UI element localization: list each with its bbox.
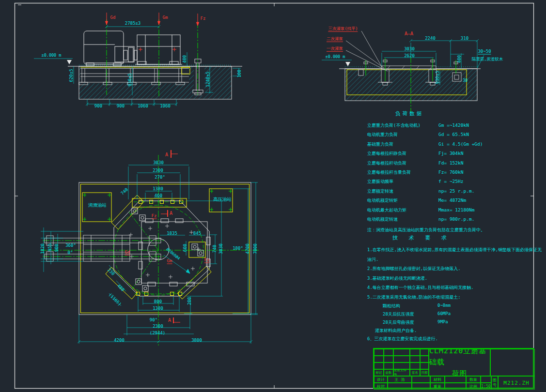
dim-2300-top: 2300 bbox=[153, 168, 163, 173]
dim-1820: 1820 bbox=[41, 243, 45, 254]
isolation-note: 隔震层,蔗渣软木 bbox=[472, 57, 503, 61]
dim-7000: 7000 bbox=[253, 243, 258, 254]
force-arrows bbox=[106, 13, 199, 26]
gm-force-label: Gm bbox=[163, 15, 168, 20]
grout-2nd-label: 二次灌浆 bbox=[327, 37, 343, 42]
tech-spec-label: 28天后弯曲强度 bbox=[383, 319, 414, 326]
load-row-value: Me= 4872Nm bbox=[438, 197, 466, 203]
dim-600: 600 bbox=[183, 244, 187, 252]
load-row-value: Fz= 760kN bbox=[438, 169, 463, 175]
dim-1835: 1835 bbox=[167, 231, 177, 236]
dim-2944: (2944) bbox=[150, 331, 166, 335]
tech-spec-value: 9MPa bbox=[437, 319, 448, 324]
dim-900-a: 900 bbox=[94, 104, 102, 108]
dim-400-elev: 400 bbox=[183, 55, 187, 63]
load-row-label: 立磨每根拉杆静负荷 bbox=[367, 151, 406, 157]
fz-force-label: Fz bbox=[201, 16, 206, 21]
section-mark-a-mid: A bbox=[170, 211, 172, 216]
bolt-squares bbox=[137, 200, 183, 296]
tech-heading: 技 术 要 求 bbox=[367, 234, 543, 241]
load-table-row: 基础重力负荷Gi = 4.5(Gm +Gd) bbox=[367, 140, 538, 149]
dim-800: 800 bbox=[154, 300, 162, 304]
tech-spec-label: 28天后抗压强度 bbox=[383, 311, 414, 317]
bolt-plus-marks bbox=[129, 224, 201, 279]
technical-requirements: 技 术 要 求 1.在零件找正,浇入不收缩水泥前,原有的混凝土表面必须清理干净,… bbox=[367, 234, 543, 343]
dim-1240: 1240±5 bbox=[206, 72, 210, 88]
load-row-value: Fd= 152kN bbox=[438, 160, 463, 166]
revision-cell bbox=[374, 362, 384, 369]
load-data-table: 负荷数据 立磨重力负荷(不含电动机)Gm =~1420kN电动机重力负荷Gd =… bbox=[367, 110, 538, 233]
dim-3030-sec: 3030 bbox=[404, 47, 415, 51]
revision-cell bbox=[420, 362, 429, 369]
dim-3800: 3800 bbox=[191, 338, 202, 343]
revision-header-cell: 更改文件号 bbox=[393, 369, 410, 376]
dim-1380-bottom: 1380 bbox=[153, 306, 163, 311]
load-table-row: 立磨每根拉杆当量负荷Fz= 760kN bbox=[367, 168, 538, 177]
weight-value bbox=[445, 383, 466, 390]
section-view bbox=[322, 31, 484, 112]
load-table-row: 立磨每根拉杆静负荷Fj= 304kN bbox=[367, 149, 538, 158]
dim-955: 955 bbox=[48, 243, 52, 251]
gd-force-label: Gd bbox=[110, 15, 116, 20]
tech-item: 5.二次灌浆采用无氯化物,防油的不收缩混凝土: bbox=[367, 293, 543, 302]
tech-spec-value: 0~8mm bbox=[437, 303, 451, 308]
dim-200: 200 bbox=[187, 297, 192, 305]
load-row-value: np= 25 r.p.m. bbox=[438, 188, 474, 194]
revision-cell bbox=[410, 349, 420, 356]
dim-2240: 2240 bbox=[425, 36, 436, 41]
weight-label: 重量 bbox=[430, 383, 445, 390]
drawing-title-line1: CLM2120立磨基础载 bbox=[429, 349, 490, 368]
dim-900-b: 900 bbox=[117, 104, 125, 108]
dim-620: 620±5 bbox=[69, 69, 74, 82]
motor-frame-plan bbox=[43, 235, 165, 261]
load-row-label: 基础重力负荷 bbox=[367, 141, 393, 148]
load-table-row: 立磨额定转速np= 25 r.p.m. bbox=[367, 187, 538, 196]
load-row-label: 立磨每根拉杆当量负荷 bbox=[367, 169, 411, 176]
section-mark-a-bottom: A bbox=[168, 318, 171, 323]
dim-3030-plan-top: 3030 bbox=[153, 161, 164, 165]
load-row-label: 立磨重力负荷(不含电动机) bbox=[367, 122, 421, 129]
dim-1060-b: 1060 bbox=[160, 104, 171, 108]
load-row-value: f = ~25Hz bbox=[438, 179, 463, 184]
load-row-value: Mmax= 12180Nm bbox=[438, 207, 474, 212]
load-table-row: 电动机最大起动力矩Mmax= 12180Nm bbox=[367, 206, 538, 215]
level-marker-section bbox=[345, 62, 350, 66]
angle-360: 360° bbox=[65, 243, 76, 248]
title-block: 标记处数更改文件号签名日期 CLM2120立磨基础载 荷图 设计 王 浩 材料 … bbox=[373, 348, 534, 389]
revision-cell bbox=[393, 349, 410, 356]
load-row-value: Gd = 65.5kN bbox=[438, 132, 469, 137]
drawing-no-label: 图号 bbox=[491, 376, 498, 390]
load-row-label: 电动机额定转矩 bbox=[367, 197, 398, 204]
load-row-label: 立磨每根拉杆动负荷 bbox=[367, 160, 406, 166]
revision-header-cell: 处数 bbox=[384, 369, 393, 376]
revision-cell bbox=[393, 356, 410, 362]
quantity-label: 数量 bbox=[466, 376, 481, 383]
octagon-outline bbox=[114, 201, 209, 296]
load-data-title: 负荷数据 bbox=[367, 110, 538, 117]
titleblock-blank-top-right bbox=[490, 349, 535, 376]
tech-spec-value: 60MPa bbox=[437, 311, 451, 316]
material-label: 材料 bbox=[430, 376, 445, 383]
revision-cell bbox=[420, 349, 429, 356]
blank-cell-2 bbox=[412, 383, 430, 390]
load-table-row: 电动机额定转矩Me= 4872Nm bbox=[367, 196, 538, 205]
revision-cell bbox=[374, 356, 384, 362]
angle-270: 270° bbox=[155, 175, 165, 180]
elevation-view bbox=[34, 13, 242, 106]
load-row-label: 电动机额定转速 bbox=[367, 216, 398, 223]
revision-header-cell: 标记 bbox=[374, 369, 384, 376]
tech-spec-row: 28天后抗压强度60MPa bbox=[367, 310, 543, 318]
lube-station-label: 润滑油站 bbox=[88, 203, 107, 208]
dim-sq30: 30 bbox=[463, 78, 468, 83]
level-label-section: ±0.000 m bbox=[326, 55, 345, 59]
gd-plan-label: Gd bbox=[125, 250, 130, 256]
load-table-row: 立磨每根拉杆动负荷Fd= 152kN bbox=[367, 159, 538, 168]
dim-2785: 2785±3 bbox=[125, 21, 141, 26]
tech-spec-label: 颗粒结构 bbox=[383, 303, 400, 309]
dim-4700: 4700 bbox=[246, 243, 250, 254]
dim-4200: 4200 bbox=[114, 338, 125, 343]
motor-outline bbox=[84, 31, 137, 66]
tech-item: 2.所有地脚螺丝孔必须密封,以保证无杂物落入. bbox=[367, 264, 543, 274]
dim-2620: 2620 bbox=[404, 54, 415, 58]
dim-930-elev: 930±5 bbox=[128, 73, 132, 86]
